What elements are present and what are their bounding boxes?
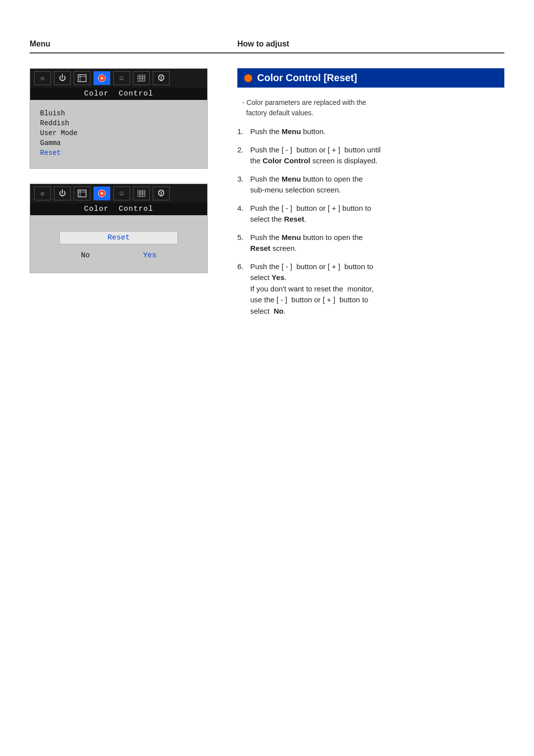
menu-item-reset: Reset xyxy=(40,148,197,157)
subtitle-block: - Color parameters are replaced with the… xyxy=(242,97,504,118)
icon-off-2: ⏼ xyxy=(153,187,170,200)
step-6-text: Push the [ - ] button or [ + ] button to… xyxy=(250,261,374,317)
svg-rect-15 xyxy=(137,190,145,196)
menu-item-reddish: Reddish xyxy=(40,119,197,128)
icon-smiley: ☺ xyxy=(113,71,130,85)
icon-power-2: ⏻ xyxy=(54,187,71,200)
step-4: 4. Push the [ - ] button or [ + ] button… xyxy=(237,203,504,225)
step-2-num: 2. xyxy=(237,144,247,167)
icon-grid xyxy=(133,71,150,85)
step-4-num: 4. xyxy=(237,203,247,225)
reset-choices: No Yes xyxy=(54,251,183,260)
icon-bar-1: ☼ ⏻ ☺ ⏼ xyxy=(30,69,207,88)
step-4-text: Push the [ - ] button or [ + ] button to… xyxy=(250,203,371,225)
subtitle-line-2: factory default values. xyxy=(242,108,504,118)
step-5: 5. Push the Menu button to open theReset… xyxy=(237,232,504,254)
header-row: Menu How to adjust xyxy=(30,40,504,53)
svg-rect-0 xyxy=(78,75,86,82)
instruction-block: 1. Push the Menu button. 2. Push the [ -… xyxy=(237,126,504,317)
step-3-text: Push the Menu button to open thesub-menu… xyxy=(250,174,363,196)
step-1: 1. Push the Menu button. xyxy=(237,126,504,138)
icon-grid-2 xyxy=(133,187,150,200)
step-2: 2. Push the [ - ] button or [ + ] button… xyxy=(237,144,504,167)
header-menu-label: Menu xyxy=(30,40,237,48)
screen-1: ☼ ⏻ ☺ ⏼ Color Control Bluish xyxy=(30,68,208,169)
icon-power: ⏻ xyxy=(54,71,71,85)
left-col: ☼ ⏻ ☺ ⏼ Color Control Bluish xyxy=(30,68,218,317)
svg-rect-10 xyxy=(78,190,86,197)
step-5-num: 5. xyxy=(237,232,247,254)
choice-no: No xyxy=(81,251,90,260)
step-1-text: Push the Menu button. xyxy=(250,126,326,138)
page-container: Menu How to adjust ☼ ⏻ ☺ xyxy=(0,0,534,756)
step-6-num: 6. xyxy=(237,261,247,317)
orange-dot-icon xyxy=(244,74,252,82)
step-3: 3. Push the Menu button to open thesub-m… xyxy=(237,174,504,196)
screen-2: ☼ ⏻ ☺ ⏼ Color Control Reset xyxy=(30,184,208,273)
icon-bar-2: ☼ ⏻ ☺ ⏼ xyxy=(30,184,207,203)
right-col: Color Control [Reset] - Color parameters… xyxy=(237,68,504,317)
icon-picture-2 xyxy=(74,187,90,200)
icon-brightness-2: ☼ xyxy=(34,187,51,200)
step-1-num: 1. xyxy=(237,126,247,138)
step-2-text: Push the [ - ] button or [ + ] button un… xyxy=(250,144,381,167)
subtitle-line-1: - Color parameters are replaced with the xyxy=(242,97,504,108)
screen1-menu-items: Bluish Reddish User Mode Gamma Reset xyxy=(30,106,207,160)
menu-item-gamma: Gamma xyxy=(40,139,197,147)
svg-point-4 xyxy=(100,77,103,80)
icon-off: ⏼ xyxy=(153,71,170,85)
svg-point-14 xyxy=(100,192,103,195)
step-5-text: Push the Menu button to open theReset sc… xyxy=(250,232,363,254)
step-3-num: 3. xyxy=(237,174,247,196)
icon-color-active-2 xyxy=(93,187,110,200)
menu-item-bluish: Bluish xyxy=(40,109,197,118)
svg-rect-5 xyxy=(137,75,145,81)
reset-screen-content: Reset No Yes xyxy=(30,221,207,265)
title-banner: Color Control [Reset] xyxy=(237,68,504,88)
reset-label-box: Reset xyxy=(59,231,178,244)
screen2-title: Color Control xyxy=(30,203,207,215)
icon-brightness: ☼ xyxy=(34,71,51,85)
choice-yes: Yes xyxy=(143,251,156,260)
header-adjust-label: How to adjust xyxy=(237,40,504,48)
icon-picture xyxy=(74,71,90,85)
screen1-title: Color Control xyxy=(30,88,207,100)
icon-color-active xyxy=(93,71,110,85)
title-text: Color Control [Reset] xyxy=(257,72,357,84)
menu-item-usermode: User Mode xyxy=(40,129,197,138)
step-6: 6. Push the [ - ] button or [ + ] button… xyxy=(237,261,504,317)
icon-smiley-2: ☺ xyxy=(113,187,130,200)
two-col-layout: ☼ ⏻ ☺ ⏼ Color Control Bluish xyxy=(30,68,504,317)
